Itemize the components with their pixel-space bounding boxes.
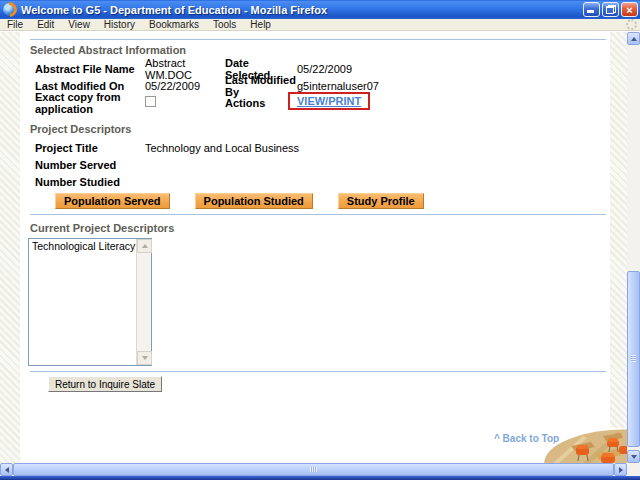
- project-title-value: Technology and Local Business: [145, 142, 299, 154]
- project-title-row: Project Title Technology and Local Busin…: [35, 139, 595, 156]
- minimize-icon: [587, 10, 594, 13]
- listbox-item[interactable]: Technological Literacy: [29, 239, 151, 253]
- number-studied-row: Number Studied: [35, 173, 595, 190]
- top-divider: [30, 39, 606, 40]
- last-modified-on-value: 05/22/2009: [145, 80, 225, 92]
- view-print-link[interactable]: VIEW/PRINT: [297, 95, 361, 107]
- abstract-section-heading: Selected Abstract Information: [30, 44, 186, 56]
- chevron-up-icon: [142, 244, 148, 248]
- menu-help[interactable]: Help: [243, 19, 278, 31]
- number-served-row: Number Served: [35, 156, 595, 173]
- study-profile-button[interactable]: Study Profile: [338, 193, 424, 209]
- classroom-desks-image: [543, 428, 627, 463]
- current-descriptors-listbox[interactable]: Technological Literacy: [28, 238, 152, 366]
- file-name-value: Abstract WM.DOC: [145, 57, 225, 81]
- actions-label: Actions: [225, 97, 297, 109]
- menu-edit[interactable]: Edit: [30, 19, 61, 31]
- close-button[interactable]: ×: [621, 2, 638, 17]
- mid-divider: [30, 214, 606, 215]
- page-content: Selected Abstract Information Abstract F…: [20, 32, 610, 463]
- restore-icon: [606, 5, 616, 14]
- scroll-up-button[interactable]: [627, 32, 640, 45]
- menu-tools[interactable]: Tools: [206, 19, 243, 31]
- minimize-button[interactable]: [583, 2, 600, 17]
- menu-bar: File Edit View History Bookmarks Tools H…: [0, 19, 640, 31]
- descriptor-buttons: Population Served Population Studied Stu…: [55, 193, 424, 209]
- project-title-label: Project Title: [35, 142, 145, 154]
- arrow-left-icon: [5, 467, 9, 473]
- date-selected-value: 05/22/2009: [297, 63, 352, 75]
- scroll-left-button[interactable]: [0, 463, 13, 476]
- firefox-window: Welcome to G5 - Department of Education …: [0, 0, 640, 480]
- window-bottom-border: [0, 476, 640, 480]
- scroll-right-button[interactable]: [614, 463, 627, 476]
- file-name-label: Abstract File Name: [35, 63, 145, 75]
- number-served-label: Number Served: [35, 159, 145, 171]
- current-descriptors-heading: Current Project Descriptors: [30, 222, 174, 234]
- listbox-scrollbar[interactable]: [136, 239, 151, 365]
- annotation-highlight-box: VIEW/PRINT: [288, 92, 370, 110]
- firefox-icon: [3, 3, 16, 16]
- last-modified-by-value: g5internaluser07: [297, 80, 379, 92]
- restore-button[interactable]: [602, 2, 619, 17]
- population-served-button[interactable]: Population Served: [55, 193, 170, 209]
- chevron-down-icon: [142, 356, 148, 360]
- vertical-scrollbar[interactable]: [627, 32, 640, 463]
- content-viewport: Selected Abstract Information Abstract F…: [0, 32, 627, 463]
- arrow-right-icon: [619, 467, 623, 473]
- project-fields: Project Title Technology and Local Busin…: [35, 139, 595, 190]
- arrow-up-icon: [631, 37, 637, 41]
- exact-copy-label: Exact copy from application: [35, 91, 145, 115]
- horizontal-scrollbar[interactable]: [0, 463, 627, 476]
- last-modified-by-label: Last Modified By: [225, 74, 297, 98]
- listbox-scroll-up-button[interactable]: [137, 239, 152, 253]
- scrollbar-corner: [627, 463, 640, 476]
- window-controls: ×: [583, 2, 638, 17]
- return-to-inquire-slate-button[interactable]: Return to Inquire Slate: [48, 376, 162, 392]
- menu-history[interactable]: History: [97, 19, 142, 31]
- arrow-down-icon: [631, 455, 637, 459]
- menu-bookmarks[interactable]: Bookmarks: [142, 19, 206, 31]
- population-studied-button[interactable]: Population Studied: [195, 193, 313, 209]
- project-section-heading: Project Descriptors: [30, 123, 131, 135]
- menu-view[interactable]: View: [61, 19, 97, 31]
- number-studied-label: Number Studied: [35, 176, 145, 188]
- bottom-divider: [30, 371, 606, 372]
- throbber-icon: [626, 19, 637, 30]
- vertical-scrollbar-thumb[interactable]: [627, 271, 640, 447]
- title-bar: Welcome to G5 - Department of Education …: [0, 0, 640, 19]
- abstract-row-1: Abstract File Name Abstract WM.DOC Date …: [35, 60, 595, 77]
- abstract-fields: Abstract File Name Abstract WM.DOC Date …: [35, 60, 595, 111]
- abstract-row-3: Exact copy from application Actions VIEW…: [35, 94, 595, 111]
- horizontal-scrollbar-thumb[interactable]: [13, 463, 614, 476]
- window-title: Welcome to G5 - Department of Education …: [21, 4, 583, 16]
- scroll-down-button[interactable]: [627, 450, 640, 463]
- exact-copy-checkbox[interactable]: [145, 96, 156, 107]
- menu-file[interactable]: File: [0, 19, 30, 31]
- listbox-scroll-down-button[interactable]: [137, 351, 152, 365]
